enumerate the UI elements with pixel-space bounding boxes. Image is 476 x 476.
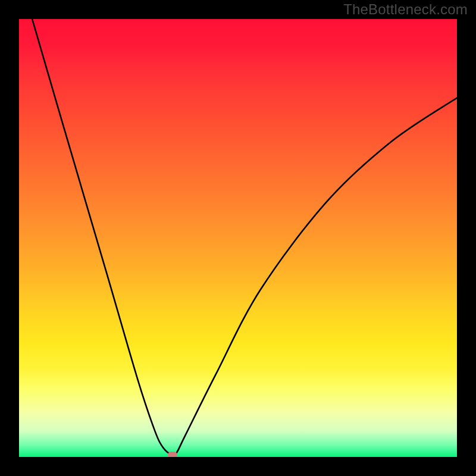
chart-container: TheBottleneck.com xyxy=(0,0,476,476)
watermark-text: TheBottleneck.com xyxy=(343,1,468,18)
optimum-marker xyxy=(168,452,177,457)
bottleneck-curve xyxy=(32,19,457,455)
curve-svg xyxy=(19,19,457,457)
plot-area xyxy=(19,19,457,457)
